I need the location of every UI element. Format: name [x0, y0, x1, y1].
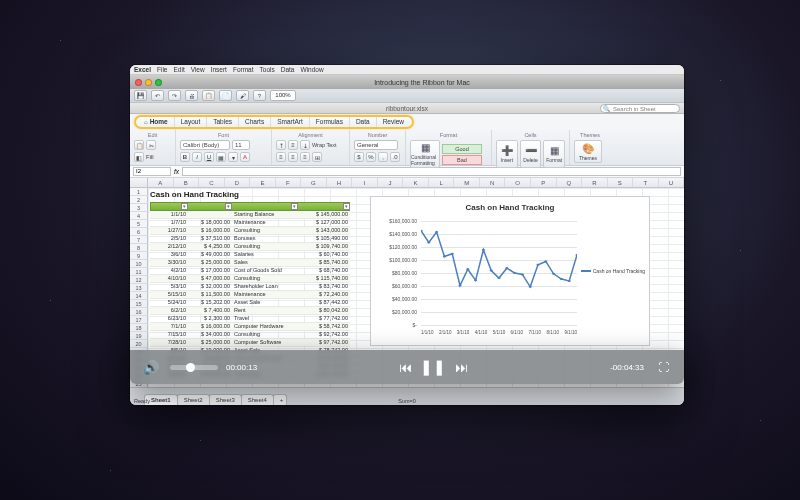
row-header[interactable]: 13 — [130, 284, 148, 292]
tab-charts[interactable]: Charts — [239, 117, 271, 127]
zoom-button[interactable] — [155, 79, 162, 86]
decrease-decimal-icon[interactable]: .0 — [390, 152, 400, 162]
tab-review[interactable]: Review — [377, 117, 410, 127]
undo-icon[interactable]: ↶ — [151, 90, 164, 101]
row-header[interactable]: 17 — [130, 316, 148, 324]
filter-dropdown-icon[interactable]: ▾ — [291, 203, 298, 210]
italic-button[interactable]: I — [192, 152, 202, 162]
table-row[interactable]: 2/5/10$ 37,510.00Bonuses$ 105,490.00 — [150, 235, 350, 243]
bold-button[interactable]: B — [180, 152, 190, 162]
style-bad[interactable]: Bad — [442, 155, 482, 165]
column-header[interactable]: I — [352, 178, 378, 187]
column-headers[interactable]: ABCDEFGHIJKLMNOPQRSTU — [148, 178, 684, 188]
next-button[interactable]: ⏭ — [450, 356, 472, 378]
menubar-app-name[interactable]: Excel — [134, 66, 151, 73]
column-header[interactable]: U — [659, 178, 684, 187]
print-icon[interactable]: 🖨 — [185, 90, 198, 101]
column-header[interactable]: C — [199, 178, 225, 187]
column-header[interactable]: E — [250, 178, 276, 187]
number-format-select[interactable]: General — [354, 140, 398, 150]
menu-view[interactable]: View — [191, 66, 205, 73]
column-header[interactable]: R — [582, 178, 608, 187]
column-header[interactable]: N — [480, 178, 506, 187]
save-icon[interactable]: 💾 — [134, 90, 147, 101]
paste-icon[interactable]: 📄 — [219, 90, 232, 101]
row-header[interactable]: 16 — [130, 308, 148, 316]
search-input[interactable]: Search in Sheet — [600, 104, 680, 113]
volume-slider[interactable] — [170, 365, 218, 370]
table-row[interactable]: 1/1/10Starting Balance$ 145,000.00 — [150, 211, 350, 219]
tab-formulas[interactable]: Formulas — [310, 117, 350, 127]
fullscreen-icon[interactable]: ⛶ — [652, 356, 674, 378]
table-row[interactable]: 5/3/10$ 32,000.00Shareholder Loan$ 83,74… — [150, 283, 350, 291]
embedded-chart[interactable]: Cash on Hand Tracking $160,000.00$140,00… — [370, 196, 650, 346]
add-sheet-button[interactable]: + — [273, 394, 287, 405]
pause-button[interactable]: ❚❚ — [422, 356, 444, 378]
row-header[interactable]: 7 — [130, 236, 148, 244]
delete-cells-button[interactable]: ➖Delete — [520, 140, 542, 168]
column-header[interactable]: G — [301, 178, 327, 187]
zoom-level[interactable]: 100% — [270, 90, 296, 101]
align-center-icon[interactable]: ≡ — [288, 152, 298, 162]
menu-format[interactable]: Format — [233, 66, 254, 73]
comma-icon[interactable]: , — [378, 152, 388, 162]
menu-edit[interactable]: Edit — [173, 66, 184, 73]
table-row[interactable]: 1/27/10$ 16,000.00Consulting$ 143,000.00 — [150, 227, 350, 235]
table-row[interactable]: 6/2/10$ 7,400.00Rent$ 80,042.00 — [150, 307, 350, 315]
close-button[interactable] — [135, 79, 142, 86]
fx-icon[interactable]: fx — [174, 168, 179, 175]
align-middle-icon[interactable]: ≡ — [288, 140, 298, 150]
table-row[interactable]: 7/15/10$ 34,000.00Consulting$ 92,742.00 — [150, 331, 350, 339]
insert-cells-button[interactable]: ➕Insert — [496, 140, 518, 168]
font-name-select[interactable]: Calibri (Body) — [180, 140, 230, 150]
column-header[interactable]: A — [148, 178, 174, 187]
table-row[interactable]: 7/1/10$ 16,000.00Computer Hardware$ 58,7… — [150, 323, 350, 331]
table-row[interactable]: 5/15/10$ 11,500.00Maintenance$ 72,240.00 — [150, 291, 350, 299]
name-box[interactable]: I2 — [133, 167, 171, 176]
column-header[interactable]: T — [633, 178, 659, 187]
row-header[interactable]: 19 — [130, 332, 148, 340]
row-header[interactable]: 2 — [130, 196, 148, 204]
menu-window[interactable]: Window — [300, 66, 323, 73]
row-header[interactable]: 3 — [130, 204, 148, 212]
menu-insert[interactable]: Insert — [211, 66, 227, 73]
table-row[interactable]: 7/28/10$ 25,000.00Computer Software$ 97,… — [150, 339, 350, 347]
row-header[interactable]: 9 — [130, 252, 148, 260]
row-header[interactable]: 18 — [130, 324, 148, 332]
copy-icon[interactable]: 📋 — [202, 90, 215, 101]
cut-icon[interactable]: ✂ — [146, 140, 156, 150]
column-header[interactable]: P — [531, 178, 557, 187]
row-header[interactable]: 15 — [130, 300, 148, 308]
column-header[interactable]: Q — [557, 178, 583, 187]
column-header[interactable]: F — [276, 178, 302, 187]
currency-icon[interactable]: $ — [354, 152, 364, 162]
align-right-icon[interactable]: ≡ — [300, 152, 310, 162]
table-header-row[interactable]: ▾ ▾ ▾ ▾ — [150, 202, 350, 211]
column-header[interactable]: B — [174, 178, 200, 187]
minimize-button[interactable] — [145, 79, 152, 86]
menu-data[interactable]: Data — [281, 66, 295, 73]
row-header[interactable]: 1 — [130, 188, 148, 196]
align-left-icon[interactable]: ≡ — [276, 152, 286, 162]
wrap-text-button[interactable]: Wrap Text — [312, 142, 337, 148]
sheet-tab-3[interactable]: Sheet3 — [209, 394, 242, 405]
filter-dropdown-icon[interactable]: ▾ — [343, 203, 350, 210]
select-all-corner[interactable] — [130, 178, 148, 188]
column-header[interactable]: S — [608, 178, 634, 187]
column-header[interactable]: D — [225, 178, 251, 187]
filter-dropdown-icon[interactable]: ▾ — [181, 203, 188, 210]
table-row[interactable]: 5/24/10$ 15,202.00Asset Sale$ 87,442.00 — [150, 299, 350, 307]
format-cells-button[interactable]: ▦Format — [543, 140, 565, 168]
menu-file[interactable]: File — [157, 66, 167, 73]
sheet-tab-2[interactable]: Sheet2 — [177, 394, 210, 405]
tab-tables[interactable]: Tables — [207, 117, 239, 127]
table-row[interactable]: 4/10/10$ 47,000.00Consulting$ 115,740.00 — [150, 275, 350, 283]
row-header[interactable]: 4 — [130, 212, 148, 220]
redo-icon[interactable]: ↷ — [168, 90, 181, 101]
tab-home[interactable]: ⌂Home — [138, 117, 175, 127]
conditional-formatting-button[interactable]: ▦Conditional Formatting — [410, 140, 440, 168]
sheet-title-cell[interactable]: Cash on Hand Tracking — [150, 190, 239, 199]
column-header[interactable]: J — [378, 178, 404, 187]
row-header[interactable]: 8 — [130, 244, 148, 252]
table-row[interactable]: 3/6/10$ 49,000.00Salaries$ 60,740.00 — [150, 251, 350, 259]
